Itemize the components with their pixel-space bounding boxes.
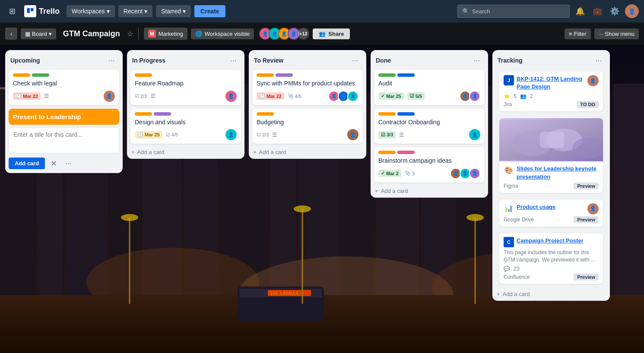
card-brainstorm[interactable]: Brainstorm campaign ideas ✓ Mar 2 📎 3 👤 (374, 147, 485, 183)
new-card-form: Present to Leadership Add card ✕ ··· (5, 107, 123, 173)
comment-icon: 💬 (504, 266, 510, 272)
starred-btn[interactable]: Starred ▾ (156, 5, 191, 17)
column-upcoming: Upcoming ··· Check with legal 🕐 Mar 22 (5, 50, 123, 173)
clock-icon: 🕐 (137, 132, 143, 138)
tracking-card-bkp[interactable]: J BKP-1412: GTM Landing Page Design 👤 ⭐ … (499, 72, 603, 111)
column-menu-btn-tracking[interactable]: ··· (593, 54, 605, 66)
gdrive-icon: 📊 (504, 203, 514, 214)
column-menu-btn-done[interactable]: ··· (471, 54, 483, 66)
due-badge: 🕐 Mar 25 (135, 131, 162, 139)
add-card-more[interactable]: ··· (62, 158, 74, 170)
label-green (32, 73, 49, 77)
clock-icon: ✓ (381, 170, 385, 176)
card-design-visuals[interactable]: Design and visuals 🕐 Mar 25 ☑ 4/5 👤 (130, 109, 241, 144)
column-title-in-progress: In Progress (132, 57, 165, 64)
clock-icon: 🕐 (16, 93, 22, 99)
card-audit[interactable]: Audit ✓ Mar 25 ☑ 5/5 👤 👤 (374, 70, 485, 105)
label-orange (257, 112, 274, 116)
sidebar-toggle[interactable]: ‹ (5, 28, 17, 40)
star-icon: ⭐ (504, 93, 510, 99)
svg-rect-1 (31, 8, 34, 12)
star-button[interactable]: ☆ (127, 30, 133, 38)
dots-icon: ··· (599, 31, 603, 37)
card-contractor-onboarding[interactable]: Contractor Onboarding ☑ 3/3 ☰ 👤 (374, 109, 485, 144)
card-check-legal[interactable]: Check with legal 🕐 Mar 22 ☰ 👤 (9, 70, 119, 105)
figma-icon: 🎨 (504, 165, 514, 175)
card-budgeting[interactable]: Budgeting ☑ 2/3 ☰ 👤 (252, 109, 363, 144)
tracking-desc: This page includes the outline for this … (504, 249, 599, 264)
grid-icon[interactable]: ⊞ (5, 4, 19, 18)
column-to-review: To Review ··· Sync with PMMs for product… (249, 50, 366, 159)
card-avatars: 👤 👤 👤 (328, 91, 358, 102)
tracking-card-campaign-poster[interactable]: C Campaign Project Poster This page incl… (499, 233, 603, 284)
card-labels (13, 73, 115, 77)
tracking-badge: Preview (574, 183, 599, 189)
workspaces-btn[interactable]: Workspaces ▾ (67, 5, 115, 17)
cards-to-review: Sync with PMMs for product updates 🕐 Mar… (249, 68, 366, 145)
tracking-card-slides[interactable]: 🎨 Slides for Leadership keynote presenta… (499, 118, 603, 192)
add-card-btn-in-progress[interactable]: + Add a card (127, 145, 244, 159)
due-badge: ✓ Mar 2 (378, 170, 401, 177)
tracking-card-body: J BKP-1412: GTM Landing Page Design 👤 ⭐ … (499, 72, 603, 111)
filter-button[interactable]: ≡ Filter (565, 28, 590, 39)
description-icon: ☰ (399, 132, 404, 138)
card-meta: 🕐 Mar 22 ☰ 👤 (13, 91, 115, 102)
tracking-badge: Preview (574, 274, 599, 281)
member-count-badge[interactable]: +12 (297, 28, 309, 40)
settings-icon[interactable]: ⚙️ (608, 4, 622, 18)
card-meta: ☑ 2/3 ☰ 👤 (135, 91, 237, 102)
label-orange (257, 73, 274, 77)
checklist-badge: ☑ 3/3 (378, 131, 396, 139)
tracking-card-product-usage[interactable]: 📊 Product usage 👤 Google Drive Preview (499, 200, 603, 227)
column-menu-btn-upcoming[interactable]: ··· (105, 54, 117, 66)
filter-icon: ≡ (569, 31, 572, 37)
board-content: 156 LASALLE (0, 45, 644, 353)
column-title-to-review: To Review (254, 57, 283, 64)
add-card-btn-to-review[interactable]: + Add a card (249, 145, 366, 159)
column-menu-btn-to-review[interactable]: ··· (349, 54, 361, 66)
notifications-icon[interactable]: 🔔 (573, 4, 587, 18)
new-card-input[interactable] (9, 127, 119, 153)
card-meta: ✓ Mar 2 📎 3 👤 👤 👤 (378, 168, 480, 179)
description-icon: ☰ (44, 93, 49, 99)
card-avatar: 👤 (104, 91, 115, 102)
column-menu-btn-in-progress[interactable]: ··· (227, 54, 239, 66)
workspace-tag[interactable]: M Marketing (144, 28, 187, 40)
tracking-card-meta: 💬 23 (504, 266, 599, 272)
user-avatar[interactable]: 👤 (625, 4, 639, 18)
tracking-badge: TO DO (577, 101, 599, 108)
board-title[interactable]: GTM Campaign (60, 28, 124, 40)
description-icon: ☰ (272, 132, 277, 138)
label-orange (135, 73, 152, 77)
chevron-down-icon: ▾ (144, 8, 147, 15)
share-button[interactable]: 👥 Share (313, 28, 350, 39)
label-blue (397, 73, 415, 77)
plus-icon: + (253, 149, 257, 155)
label-purple (154, 112, 171, 116)
board-type-btn[interactable]: ▦ Board ▾ (21, 28, 56, 39)
column-header-tracking: Tracking ··· (492, 50, 610, 68)
column-title-done: Done (376, 57, 391, 64)
briefcase-icon[interactable]: 💼 (590, 4, 604, 18)
visibility-btn[interactable]: 🌐 Workspace visible (191, 28, 254, 39)
add-card-btn-done[interactable]: + Add a card (371, 184, 488, 198)
card-title: Check with legal (13, 79, 115, 88)
add-card-btn-tracking[interactable]: + Add a card (492, 287, 610, 301)
card-feature-roadmap[interactable]: Feature Roadmap ☑ 2/3 ☰ 👤 (130, 70, 241, 105)
add-card-submit[interactable]: Add card (9, 158, 45, 169)
show-menu-button[interactable]: ··· Show menu (594, 28, 639, 39)
card-labels (378, 73, 480, 77)
columns-container: Upcoming ··· Check with legal 🕐 Mar 22 (0, 45, 644, 353)
search-input[interactable]: 🔍 Search (457, 5, 570, 18)
chevron-down-icon: ▾ (49, 31, 52, 37)
card-title: Brainstorm campaign ideas (378, 157, 480, 165)
card-title: Audit (378, 79, 480, 88)
card-sync-pmms[interactable]: Sync with PMMs for product updates 🕐 Mar… (252, 70, 363, 105)
create-button[interactable]: Create (194, 5, 225, 17)
chevron-down-icon: ▾ (107, 8, 110, 15)
column-title-tracking: Tracking (498, 57, 523, 64)
tracking-badge: Preview (574, 216, 599, 223)
add-card-cancel[interactable]: ✕ (48, 158, 60, 170)
recent-btn[interactable]: Recent ▾ (118, 5, 152, 17)
label-blue (397, 112, 415, 116)
